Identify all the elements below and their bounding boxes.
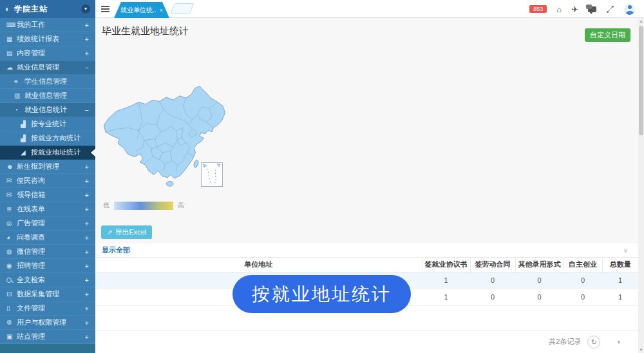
refresh-icon[interactable]: ↻ bbox=[587, 336, 600, 348]
sidebar-item-leader-mailbox[interactable]: ✉ 领导信箱 + bbox=[0, 188, 95, 202]
database-icon: ⊟ bbox=[6, 291, 17, 298]
sidebar-header[interactable]: ◐ 学院主站 ▾ bbox=[0, 0, 95, 18]
plus-icon: + bbox=[85, 291, 89, 298]
cloud-icon: ☁ bbox=[6, 64, 17, 71]
plus-icon: + bbox=[85, 205, 89, 213]
gear-icon: ⚙ bbox=[6, 319, 17, 326]
table-header-row: 单位地址 签就业协议书 签劳动合同 其他录用形式 自主创业 总数量 bbox=[95, 258, 638, 272]
avatar[interactable] bbox=[624, 4, 635, 15]
show-all-link[interactable]: 显示全部 bbox=[102, 245, 130, 255]
chevron-down-icon[interactable]: ∨ bbox=[623, 247, 632, 254]
sidebar-item-employment-info-statistics[interactable]: ◔ 就业信息统计 − bbox=[0, 103, 95, 117]
sidebar-item-stats-by-address[interactable]: ◢ 按就业地址统计 bbox=[0, 146, 95, 160]
sidebar-item-content-management[interactable]: ▤ 内容管理 + bbox=[0, 46, 95, 61]
bar-chart-icon: ▟ bbox=[21, 135, 31, 142]
plus-icon: + bbox=[85, 35, 89, 43]
sidebar-item-site-management[interactable]: ▣ 站点管理 + bbox=[0, 330, 95, 344]
bar-chart-icon: ▦ bbox=[6, 35, 17, 43]
list-icon: ≡ bbox=[14, 78, 24, 85]
plus-icon: + bbox=[85, 305, 89, 312]
plus-icon: + bbox=[85, 50, 89, 57]
plus-icon: + bbox=[85, 262, 89, 270]
scroll-down-icon[interactable]: ▼ bbox=[638, 348, 644, 352]
scroll-up-icon[interactable]: ▲ bbox=[638, 19, 644, 23]
sidebar-item-stats-by-direction[interactable]: ▟ 按就业方向统计 bbox=[0, 131, 95, 146]
plus-icon: + bbox=[85, 234, 89, 242]
minus-icon: − bbox=[85, 106, 89, 114]
plus-icon: + bbox=[85, 319, 89, 327]
sidebar-item-file-management[interactable]: ▯ 文件管理 + bbox=[0, 301, 95, 316]
export-icon: ↗ bbox=[107, 229, 112, 236]
tab-employment-unit-stats[interactable]: 就业单位统.. × bbox=[114, 2, 169, 18]
sidebar: ◐ 学院主站 ▾ ⌨ 我的工作 + ▦ 绩效统计报表 + ▤ 内容管理 + ☁ … bbox=[0, 0, 95, 353]
close-icon[interactable]: × bbox=[160, 7, 163, 14]
ghost-tab bbox=[170, 3, 194, 14]
sidebar-item-online-forms[interactable]: ≣ 在线表单 + bbox=[0, 202, 95, 216]
plus-icon: + bbox=[85, 177, 89, 185]
map-legend: 低 高 bbox=[103, 201, 184, 210]
comments-icon[interactable] bbox=[588, 6, 596, 12]
col-total: 总数量 bbox=[602, 258, 638, 272]
col-other-employment: 其他录用形式 bbox=[515, 258, 564, 272]
sidebar-item-freshman-registration[interactable]: ☻ 新生报到管理 + bbox=[0, 160, 95, 174]
panel-header: 显示全部 ∨ bbox=[95, 243, 638, 258]
area-chart-icon: ◢ bbox=[21, 149, 31, 156]
sidebar-item-performance-reports[interactable]: ▦ 绩效统计报表 + bbox=[0, 32, 95, 46]
highlight-overlay: 按就业地址统计 bbox=[232, 275, 411, 313]
eye-icon: ◉ bbox=[6, 262, 17, 269]
col-labor-contract: 签劳动合同 bbox=[470, 258, 515, 272]
col-employment-agreement: 签就业协议书 bbox=[422, 258, 470, 272]
sidebar-item-student-info-management[interactable]: ≡ 学生信息管理 bbox=[0, 75, 95, 89]
globe-icon: ◐ bbox=[5, 5, 10, 14]
scrollbar[interactable]: ▲ ▼ bbox=[638, 18, 644, 353]
envelope-icon: ✉ bbox=[6, 177, 17, 184]
site-title: 学院主站 bbox=[14, 4, 81, 15]
legend-low-label: 低 bbox=[103, 201, 109, 210]
scrollbar-thumb[interactable] bbox=[639, 26, 643, 135]
col-self-employed: 自主创业 bbox=[564, 258, 602, 272]
plus-icon: + bbox=[85, 276, 89, 284]
sidebar-item-survey-management[interactable]: ◕ 问卷调查 + bbox=[0, 231, 95, 245]
sidebar-item-public-consultation[interactable]: ✉ 便民咨询 + bbox=[0, 174, 95, 188]
file-icon: ▯ bbox=[6, 305, 17, 312]
export-excel-button[interactable]: ↗ 导出Excel bbox=[101, 225, 152, 239]
bar-chart-icon: ▟ bbox=[21, 120, 31, 128]
custom-date-button[interactable]: 自定义日期 bbox=[585, 28, 630, 42]
page-title: 毕业生就业地址统计 bbox=[102, 25, 189, 37]
legend-high-label: 高 bbox=[178, 201, 184, 210]
sidebar-item-full-text-search[interactable]: 全文检索 + bbox=[0, 273, 95, 287]
plus-icon: + bbox=[85, 248, 89, 256]
sidebar-item-wechat-management[interactable]: ◍ 微信管理 + bbox=[0, 245, 95, 259]
menu-toggle-icon[interactable] bbox=[101, 6, 109, 12]
survey-icon: ◕ bbox=[6, 234, 17, 241]
sidebar-item-ad-management[interactable]: ◎ 广告管理 + bbox=[0, 216, 95, 231]
form-icon: ≣ bbox=[6, 205, 17, 213]
fullscreen-icon[interactable]: ↗↙ bbox=[606, 5, 614, 14]
send-icon[interactable]: ✈ bbox=[571, 5, 578, 14]
plus-icon: + bbox=[85, 21, 89, 29]
plus-icon: + bbox=[85, 220, 89, 227]
wechat-icon: ◍ bbox=[6, 248, 17, 255]
sidebar-item-user-permission-management[interactable]: ⚙ 用户与权限管理 + bbox=[0, 316, 95, 330]
grid-icon: ▥ bbox=[14, 92, 24, 99]
sidebar-item-stats-by-major[interactable]: ▟ 按专业统计 bbox=[0, 117, 95, 131]
site-icon: ▣ bbox=[6, 333, 17, 340]
ad-icon: ◎ bbox=[6, 220, 17, 227]
legend-gradient-bar[interactable] bbox=[114, 202, 173, 210]
sidebar-item-recruitment-management[interactable]: ◉ 招聘管理 + bbox=[0, 259, 95, 273]
plus-icon: + bbox=[85, 333, 89, 341]
search-icon bbox=[6, 278, 12, 283]
sidebar-item-employment-info-management[interactable]: ☁ 就业信息管理 − bbox=[0, 61, 95, 75]
sidebar-item-employment-info-management-sub[interactable]: ▥ 就业信息管理 bbox=[0, 89, 95, 103]
home-icon[interactable]: ⌂ bbox=[556, 5, 562, 14]
topbar: 就业单位统.. × 853 ⌂ ✈ ↗↙ bbox=[95, 0, 644, 18]
sidebar-item-data-collection[interactable]: ⊟ 数据采集管理 + bbox=[0, 287, 95, 301]
chevron-down-icon[interactable]: ▾ bbox=[81, 5, 90, 14]
record-count: 共2条记录 bbox=[549, 337, 581, 347]
col-unit-address: 单位地址 bbox=[95, 258, 422, 272]
users-icon: ☻ bbox=[6, 163, 17, 170]
content-footer: 共2条记录 ↻ ▾ bbox=[95, 330, 638, 353]
notification-badge[interactable]: 853 bbox=[529, 5, 547, 13]
caret-down-icon[interactable]: ▾ bbox=[617, 339, 620, 345]
sidebar-item-my-work[interactable]: ⌨ 我的工作 + bbox=[0, 18, 95, 32]
